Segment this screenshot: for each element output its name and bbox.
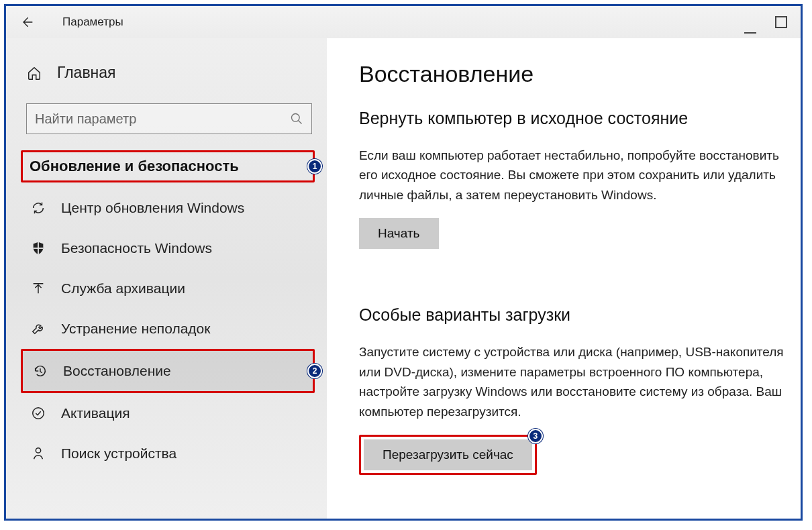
wrench-icon [30,321,46,337]
sidebar-item-label: Центр обновления Windows [61,200,244,216]
reset-pc-desc: Если ваш компьютер работает нестабильно,… [359,146,789,205]
sidebar-item-label: Поиск устройства [61,445,176,462]
svg-point-3 [33,408,44,419]
body: Главная Обновление и безопасность 1 Цент… [6,38,801,519]
search-icon [290,112,303,125]
svg-rect-2 [34,248,44,249]
sidebar-item-label: Безопасность Windows [61,240,212,256]
sidebar-home-label: Главная [57,64,116,82]
search-box[interactable] [26,103,312,134]
sidebar-item-security[interactable]: Безопасность Windows [6,228,327,268]
main-content: Восстановление Вернуть компьютер в исход… [327,38,801,519]
arrow-left-icon [20,15,34,29]
minimize-icon [744,21,756,34]
sidebar-item-find-my-device[interactable]: Поиск устройства [6,433,327,474]
upload-icon [30,280,46,297]
maximize-icon [775,16,787,28]
svg-point-0 [292,114,300,122]
maximize-button[interactable] [775,16,787,28]
restart-button-annotation: Перезагрузить сейчас 3 [359,435,537,475]
sidebar-item-troubleshoot[interactable]: Устранение неполадок [6,309,327,349]
sync-icon [30,200,46,216]
svg-point-4 [36,448,40,453]
sidebar-item-recovery[interactable]: Восстановление 2 [21,349,315,393]
sidebar-item-backup[interactable]: Служба архивации [6,268,327,309]
sidebar-item-label: Устранение неполадок [61,321,210,337]
sidebar: Главная Обновление и безопасность 1 Цент… [6,38,327,519]
history-icon [32,363,48,379]
home-icon [26,65,42,81]
advanced-startup-desc: Запустите систему с устройства или диска… [359,342,789,421]
sidebar-item-activation[interactable]: Активация [6,393,327,433]
restart-now-button[interactable]: Перезагрузить сейчас [364,439,532,470]
annotation-badge-2: 2 [307,364,322,378]
back-button[interactable] [15,11,38,34]
sidebar-item-label: Активация [61,405,130,421]
settings-window: Параметры Главная Обновление и безоп [4,4,803,521]
check-circle-icon [30,405,46,421]
shield-icon [30,240,46,256]
search-container [6,90,327,144]
annotation-badge-1: 1 [307,159,322,174]
reset-start-button[interactable]: Начать [359,218,439,249]
page-title: Восстановление [359,61,794,87]
advanced-startup-title: Особые варианты загрузки [359,305,794,325]
window-title: Параметры [62,15,123,29]
sidebar-section-header: Обновление и безопасность 1 [21,150,315,182]
sidebar-item-windows-update[interactable]: Центр обновления Windows [6,188,327,228]
sidebar-home[interactable]: Главная [6,56,327,90]
sidebar-item-label: Восстановление [63,363,171,379]
sidebar-item-label: Служба архивации [61,280,185,297]
search-input[interactable] [35,111,290,127]
annotation-badge-3: 3 [528,429,543,443]
window-controls [744,16,791,28]
reset-pc-title: Вернуть компьютер в исходное состояние [359,109,794,128]
titlebar: Параметры [6,6,801,38]
device-find-icon [30,445,46,462]
sidebar-section-label: Обновление и безопасность [30,158,239,174]
minimize-button[interactable] [744,16,756,28]
